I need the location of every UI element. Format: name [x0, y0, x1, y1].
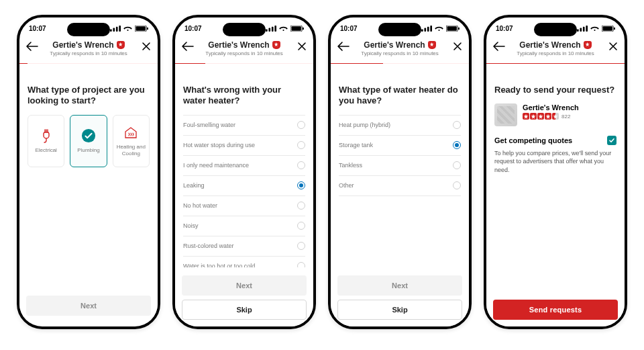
- star-half-icon: [552, 113, 559, 120]
- option-label: Hot water stops during use: [183, 142, 255, 148]
- svg-rect-25: [586, 26, 588, 32]
- page-title: Gertie's Wrench: [52, 40, 113, 50]
- status-time: 10:07: [184, 25, 202, 32]
- svg-rect-27: [602, 26, 612, 30]
- project-card-label: Heating and Cooling: [113, 144, 149, 156]
- option-row[interactable]: Hot water stops during use: [183, 136, 305, 156]
- signal-icon: [421, 26, 432, 32]
- radio-icon: [453, 161, 461, 169]
- project-card-electrical[interactable]: Electrical: [28, 115, 64, 167]
- back-button[interactable]: [26, 42, 38, 54]
- next-button[interactable]: Next: [26, 296, 151, 316]
- next-button[interactable]: Next: [337, 275, 462, 296]
- dynamic-island: [67, 23, 110, 36]
- skip-button[interactable]: Skip: [182, 300, 307, 320]
- competing-quotes-checkbox[interactable]: [607, 136, 616, 145]
- option-row[interactable]: No hot water: [183, 196, 305, 216]
- phone-screen-1: 10:07 Gertie's Wrench Typically responds…: [17, 15, 160, 329]
- page-subtitle: Typically responds in 10 minutes: [361, 50, 439, 56]
- competing-quotes-title: Get competing quotes: [494, 136, 572, 144]
- radio-icon: [453, 141, 461, 149]
- status-indicators: [110, 26, 148, 32]
- check-circle-icon: [81, 128, 96, 143]
- progress-bar: [486, 63, 625, 64]
- project-card-plumbing[interactable]: Plumbing: [70, 115, 107, 167]
- dynamic-island: [378, 23, 421, 36]
- svg-rect-3: [119, 26, 121, 32]
- option-label: Leaking: [183, 182, 205, 189]
- option-row[interactable]: I only need maintenance: [183, 156, 305, 176]
- svg-rect-21: [458, 27, 460, 30]
- next-button[interactable]: Next: [182, 275, 307, 296]
- svg-rect-17: [427, 26, 429, 31]
- plug-icon: [39, 128, 54, 143]
- status-indicators: [577, 26, 615, 32]
- option-row[interactable]: Heat pump (hybrid): [339, 116, 461, 136]
- competing-quotes-body: To help you compare prices, we'll send y…: [494, 149, 616, 173]
- business-avatar: [494, 103, 517, 126]
- option-row[interactable]: Water is too hot or too cold: [183, 257, 305, 268]
- page-title: Gertie's Wrench: [519, 40, 580, 50]
- status-indicators: [421, 26, 460, 32]
- option-row[interactable]: Rust-colored water: [183, 236, 305, 257]
- option-label: Storage tank: [339, 142, 373, 148]
- page-header: Gertie's Wrench Typically responds in 10…: [486, 39, 625, 64]
- svg-rect-11: [274, 26, 276, 32]
- arrow-left-icon: [26, 42, 38, 51]
- svg-rect-28: [614, 27, 615, 30]
- radio-icon: [297, 121, 305, 129]
- project-card-hvac[interactable]: Heating and Cooling: [113, 115, 150, 167]
- status-time: 10:07: [496, 25, 513, 32]
- back-button[interactable]: [182, 42, 194, 54]
- signal-icon: [110, 26, 121, 32]
- yelp-badge-icon: [428, 41, 436, 49]
- wifi-icon: [279, 26, 288, 32]
- arrow-left-icon: [493, 42, 505, 51]
- page-title: Gertie's Wrench: [208, 40, 269, 50]
- close-button[interactable]: [453, 42, 462, 54]
- battery-icon: [135, 26, 148, 32]
- svg-rect-22: [577, 29, 579, 32]
- option-row[interactable]: Tankless: [339, 156, 461, 176]
- skip-button[interactable]: Skip: [337, 300, 462, 320]
- progress-bar: [19, 63, 158, 64]
- radio-icon: [297, 161, 305, 169]
- star-icon: [523, 113, 529, 120]
- option-label: I only need maintenance: [183, 162, 249, 169]
- wifi-icon: [123, 26, 132, 32]
- star-icon: [537, 113, 544, 120]
- back-button[interactable]: [493, 42, 505, 54]
- option-row[interactable]: Other: [339, 176, 461, 196]
- option-label: Noisy: [183, 222, 199, 229]
- progress-bar: [175, 63, 313, 64]
- svg-rect-24: [583, 26, 585, 31]
- svg-rect-13: [291, 26, 301, 30]
- send-requests-button[interactable]: Send requests: [493, 300, 618, 320]
- svg-rect-1: [113, 28, 115, 31]
- svg-rect-9: [268, 28, 270, 31]
- page-subtitle: Typically responds in 10 minutes: [50, 50, 127, 56]
- option-row[interactable]: Foul-smelling water: [183, 116, 305, 136]
- project-card-label: Electrical: [35, 147, 56, 153]
- business-card: Gertie's Wrench 822: [494, 103, 616, 126]
- option-row[interactable]: Noisy: [183, 216, 305, 236]
- progress-bar: [331, 63, 469, 64]
- wifi-icon: [435, 26, 443, 32]
- arrow-left-icon: [182, 42, 194, 51]
- radio-icon: [297, 181, 305, 189]
- close-button[interactable]: [297, 42, 307, 54]
- close-button[interactable]: [608, 42, 618, 54]
- question-heading: What type of project are you looking to …: [28, 85, 150, 107]
- svg-rect-14: [303, 27, 304, 30]
- svg-rect-10: [272, 26, 274, 31]
- close-button[interactable]: [142, 42, 151, 54]
- option-label: Water is too hot or too cold: [183, 263, 255, 267]
- svg-rect-23: [580, 28, 582, 31]
- radio-icon: [453, 181, 461, 189]
- option-row[interactable]: Leaking: [183, 176, 305, 196]
- status-time: 10:07: [340, 25, 358, 32]
- back-button[interactable]: [337, 42, 350, 54]
- yelp-badge-icon: [117, 41, 125, 49]
- option-row[interactable]: Storage tank: [339, 136, 461, 156]
- dynamic-island: [534, 23, 577, 36]
